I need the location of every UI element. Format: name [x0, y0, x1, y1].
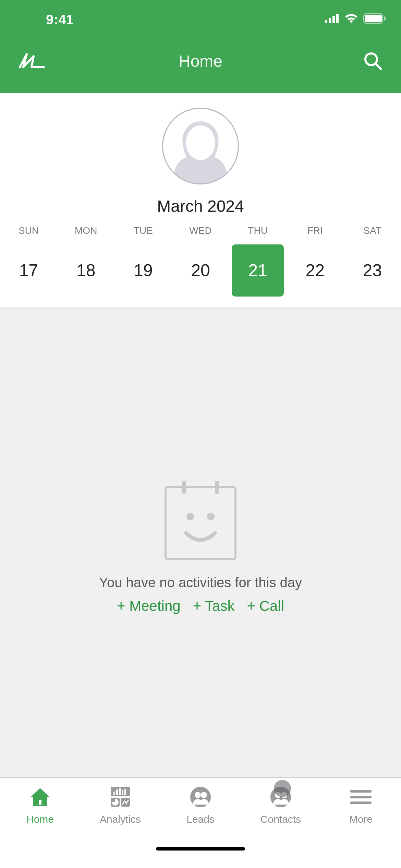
- svg-rect-2: [332, 16, 335, 23]
- leads-icon: [187, 784, 214, 810]
- calendar-day-row: 17 18 19 20 21 22 23: [0, 244, 401, 297]
- svg-rect-24: [122, 790, 123, 795]
- calendar-day-number: 18: [60, 244, 112, 297]
- svg-rect-14: [166, 487, 235, 559]
- more-icon: [348, 784, 374, 810]
- calendar-day[interactable]: 18: [57, 244, 114, 297]
- add-meeting-button[interactable]: + Meeting: [117, 598, 181, 614]
- analytics-icon: [107, 784, 133, 810]
- weekday-label: TUE: [114, 225, 172, 244]
- svg-point-18: [207, 513, 215, 520]
- page-title: Home: [179, 52, 222, 71]
- calendar-day-number: 21: [232, 244, 284, 297]
- calendar-day[interactable]: 17: [0, 244, 57, 297]
- svg-rect-5: [365, 15, 382, 22]
- status-bar: 9:41: [0, 0, 401, 34]
- calendar-day[interactable]: 23: [344, 244, 401, 297]
- tab-label: Contacts: [260, 813, 301, 825]
- battery-icon: [363, 13, 386, 25]
- profile-section: [0, 93, 401, 193]
- weekday-label: THU: [229, 225, 287, 244]
- add-task-button[interactable]: + Task: [193, 598, 235, 614]
- zia-button[interactable]: [19, 51, 46, 71]
- avatar[interactable]: [162, 108, 239, 184]
- search-button[interactable]: [355, 51, 382, 71]
- weekday-label: SUN: [0, 225, 57, 244]
- tab-label: Home: [26, 813, 54, 825]
- weekday-label: MON: [57, 225, 114, 244]
- calendar-day[interactable]: 21: [229, 244, 287, 297]
- calendar-day[interactable]: 19: [114, 244, 172, 297]
- weekday-label: FRI: [287, 225, 344, 244]
- tab-contacts[interactable]: Contacts: [241, 784, 321, 857]
- svg-point-29: [195, 792, 201, 798]
- calendar-day-number: 17: [3, 244, 55, 297]
- svg-point-17: [186, 513, 194, 520]
- status-indicators: [325, 9, 386, 25]
- svg-rect-23: [119, 788, 121, 795]
- svg-rect-34: [350, 790, 372, 793]
- tab-label: Analytics: [100, 813, 141, 825]
- cellular-icon: [325, 14, 339, 25]
- home-icon: [27, 784, 53, 810]
- svg-rect-21: [113, 792, 115, 795]
- weekday-label: SAT: [344, 225, 401, 244]
- tab-label: More: [349, 813, 373, 825]
- svg-rect-35: [350, 796, 372, 798]
- nav-bar: Home: [0, 34, 401, 93]
- status-time: 9:41: [17, 7, 74, 27]
- calendar-day-number: 20: [174, 244, 227, 297]
- empty-state-text: You have no activities for this day: [99, 575, 302, 590]
- svg-point-30: [201, 792, 207, 798]
- tab-bar: Home Analytics: [0, 777, 401, 857]
- wifi-icon: [344, 13, 359, 25]
- tab-leads[interactable]: Leads: [160, 784, 241, 857]
- svg-rect-1: [329, 18, 331, 23]
- calendar-day-number: 19: [117, 244, 169, 297]
- svg-point-13: [186, 125, 215, 160]
- calendar-day-number: 23: [346, 244, 398, 297]
- calendar-month-label[interactable]: March 2024: [0, 193, 401, 225]
- svg-rect-36: [350, 801, 372, 804]
- calendar-day[interactable]: 22: [287, 244, 344, 297]
- calendar-day-number: 22: [289, 244, 341, 297]
- add-call-button[interactable]: + Call: [247, 598, 284, 614]
- svg-rect-0: [325, 20, 327, 23]
- svg-line-8: [376, 64, 381, 69]
- tab-analytics[interactable]: Analytics: [80, 784, 160, 857]
- empty-calendar-smile-icon: [163, 481, 238, 561]
- avatar-placeholder-icon: [163, 109, 238, 183]
- calendar-weekday-row: SUN MON TUE WED THU FRI SAT: [0, 225, 401, 244]
- zia-icon: [19, 51, 46, 71]
- calendar-day[interactable]: 20: [172, 244, 229, 297]
- svg-rect-25: [124, 789, 126, 795]
- weekday-label: WED: [172, 225, 229, 244]
- notification-dot: [274, 780, 291, 797]
- tab-home[interactable]: Home: [0, 784, 80, 857]
- empty-state-actions: + Meeting + Task + Call: [117, 598, 284, 614]
- tab-more[interactable]: More: [321, 784, 401, 857]
- svg-rect-19: [39, 800, 41, 805]
- calendar: March 2024 SUN MON TUE WED THU FRI SAT 1…: [0, 193, 401, 308]
- svg-rect-6: [384, 16, 386, 21]
- tab-label: Leads: [186, 813, 215, 825]
- activities-area: You have no activities for this day + Me…: [0, 308, 401, 777]
- contacts-icon: [268, 784, 294, 810]
- svg-rect-22: [116, 789, 118, 795]
- svg-rect-3: [336, 14, 339, 23]
- search-icon: [363, 51, 382, 71]
